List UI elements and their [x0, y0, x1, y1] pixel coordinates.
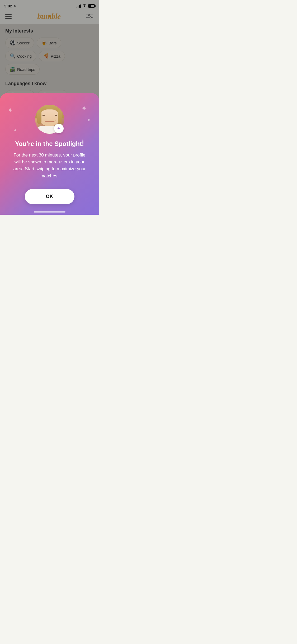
- modal-title: You're in the Spotlight!: [15, 140, 84, 148]
- sparkle-1-icon: ✦: [7, 106, 13, 114]
- home-indicator: [34, 211, 65, 213]
- ok-button[interactable]: OK: [25, 189, 74, 204]
- spotlight-modal: ✦ ✦ ✦ ✦ ✦ ✦ You're in the Spotlig: [0, 93, 99, 215]
- modal-description: For the next 30 minutes, your profile wi…: [11, 152, 88, 180]
- star-icon: ✦: [57, 126, 61, 131]
- sparkle-3-icon: ✦: [13, 127, 17, 133]
- spotlight-badge: ✦: [54, 124, 64, 133]
- user-avatar-container: ✦: [35, 105, 64, 134]
- sparkle-5-icon: ✦: [81, 138, 84, 142]
- sparkle-2-icon: ✦: [81, 104, 87, 113]
- sparkle-4-icon: ✦: [87, 117, 91, 123]
